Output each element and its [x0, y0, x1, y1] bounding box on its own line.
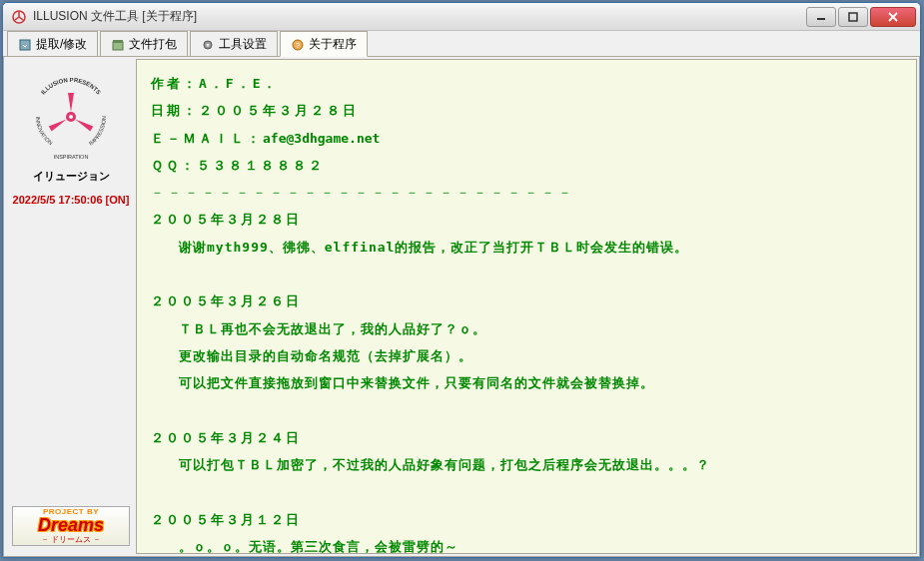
minimize-button[interactable]: [806, 7, 836, 27]
svg-rect-2: [849, 13, 857, 21]
spacer: [151, 478, 902, 505]
changelog-note: ＴＢＬ再也不会无故退出了，我的人品好了？ｏ。: [151, 315, 902, 342]
about-content[interactable]: 作者：A．F．E．日期：２００５年３月２８日Ｅ－ＭＡＩＬ：afe@3dhgame…: [136, 59, 917, 554]
changelog-date: ２００５年３月２８日: [151, 206, 902, 233]
window-title: ILLUSION 文件工具 [关于程序]: [33, 8, 806, 25]
build-date-line: 日期：２００５年３月２８日: [151, 97, 902, 124]
sidebar: ILLUSION PRESENTS IMPRESSION INNOVATION …: [6, 59, 136, 554]
tab-label: 文件打包: [129, 36, 177, 53]
svg-text:IMPRESSION: IMPRESSION: [88, 116, 107, 147]
svg-point-16: [69, 115, 73, 119]
tab-bar: 提取/修改 文件打包 工具设置 ? 关于程序: [3, 31, 920, 57]
dreams-badge: PROJECT BY Dreams － ドリームス －: [12, 506, 130, 546]
tab-label: 关于程序: [309, 36, 357, 53]
tab-label: 工具设置: [219, 36, 267, 53]
svg-rect-7: [113, 40, 123, 43]
gear-icon: [201, 38, 215, 52]
logo-subtitle: イリュージョン: [12, 169, 130, 184]
titlebar[interactable]: ILLUSION 文件工具 [关于程序]: [3, 3, 920, 31]
extract-icon: [18, 38, 32, 52]
badge-main: Dreams: [38, 516, 104, 534]
changelog-note: 。ｏ。ｏ。无语。第三次食言，会被雷劈的～: [151, 533, 902, 554]
close-button[interactable]: [870, 7, 916, 27]
qq-line: ＱＱ：５３８１８８８２: [151, 152, 902, 179]
changelog-note: 更改输出目录的自动命名规范（去掉扩展名）。: [151, 342, 902, 369]
spacer: [151, 397, 902, 424]
changelog-note: 谢谢myth999、彿彿、elffinal的报告，改正了当打开ＴＢＬ时会发生的错…: [151, 234, 902, 261]
app-icon: [11, 9, 27, 25]
tab-about[interactable]: ? 关于程序: [280, 31, 368, 57]
email-line: Ｅ－ＭＡＩＬ：afe@3dhgame.net: [151, 125, 902, 152]
svg-text:?: ?: [296, 41, 301, 50]
about-icon: ?: [291, 38, 305, 52]
separator: －－－－－－－－－－－－－－－－－－－－－－－－－: [151, 179, 902, 206]
window-controls: [806, 7, 916, 27]
author-line: 作者：A．F．E．: [151, 70, 902, 97]
svg-text:ILLUSION PRESENTS: ILLUSION PRESENTS: [40, 77, 102, 96]
changelog-date: ２００５年３月２６日: [151, 287, 902, 314]
pack-icon: [111, 38, 125, 52]
tab-pack[interactable]: 文件打包: [100, 31, 188, 56]
tab-extract[interactable]: 提取/修改: [7, 31, 98, 56]
svg-rect-6: [113, 42, 123, 50]
changelog-date: ２００５年３月１２日: [151, 506, 902, 533]
badge-sub: － ドリームス －: [41, 534, 101, 545]
illusion-logo: ILLUSION PRESENTS IMPRESSION INNOVATION …: [12, 67, 130, 184]
svg-text:INSPIRATION: INSPIRATION: [54, 154, 89, 160]
app-window: ILLUSION 文件工具 [关于程序] 提取/修改 文件打包 工具设置 ? 关…: [2, 2, 921, 558]
client-area: ILLUSION PRESENTS IMPRESSION INNOVATION …: [3, 57, 920, 557]
changelog-date: ２００５年３月２４日: [151, 424, 902, 451]
svg-text:INNOVATION: INNOVATION: [35, 117, 54, 147]
spacer: [151, 261, 902, 287]
datetime-status: 2022/5/5 17:50:06 [ON]: [13, 194, 130, 206]
svg-rect-5: [20, 40, 30, 50]
tab-label: 提取/修改: [36, 36, 87, 53]
maximize-button[interactable]: [838, 7, 868, 27]
changelog-note: 可以把文件直接拖放到窗口中来替换文件，只要有同名的文件就会被替换掉。: [151, 369, 902, 396]
changelog-note: 可以打包ＴＢＬ加密了，不过我的人品好象有问题，打包之后程序会无故退出。。。？: [151, 451, 902, 478]
tab-settings[interactable]: 工具设置: [190, 31, 278, 56]
svg-point-9: [207, 43, 210, 46]
